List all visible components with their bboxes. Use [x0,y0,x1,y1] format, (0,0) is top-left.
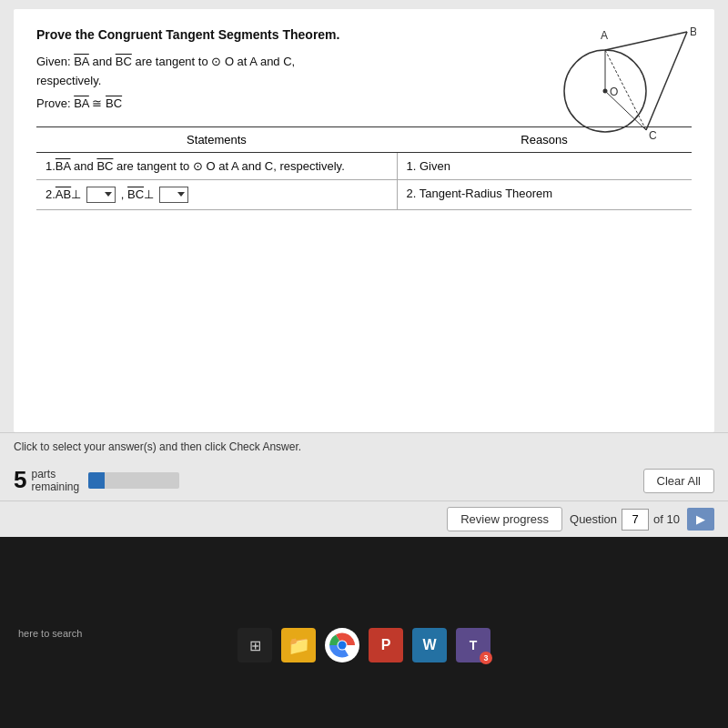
given-connector: and [92,55,115,68]
svg-text:A: A [601,29,608,42]
table-row: 2.AB⊥ , BC⊥ 2. Tangent-Ra [36,179,692,209]
progress-area: 5 parts remaining Clear All [0,460,728,500]
file-explorer-icon[interactable]: 📁 [281,628,316,662]
screen: O [0,0,728,728]
of-label: of 10 [653,512,680,526]
svg-line-7 [605,91,646,130]
teams-badge: 3 [480,652,492,664]
review-progress-button[interactable]: Review progress [447,507,562,531]
prove-bc: BC [106,96,122,110]
clear-all-button[interactable]: Clear All [643,469,714,493]
statement-1: 1.BA and BC are tangent to ⊙ O at A and … [36,152,397,179]
progress-bar-container [88,472,179,489]
prove-congruent: ≅ [92,96,106,110]
search-text: here to search [18,628,82,639]
table-row: 1.BA and BC are tangent to ⊙ O at A and … [36,152,692,179]
instruction-text: Click to select your answer(s) and then … [14,440,301,453]
word-icon[interactable]: W [412,628,447,662]
parts-text: parts [31,468,79,480]
main-panel: O [14,9,714,432]
given-rest: are tangent to ⊙ O at A and C, [135,55,295,68]
review-nav-bar: Review progress Question of 10 ▶ [0,500,728,537]
reason-1: 1. Given [397,152,692,179]
teams-icon[interactable]: T 3 [456,628,490,662]
progress-bar-fill [88,472,105,489]
svg-point-13 [339,642,347,650]
dropdown-1-arrow [105,192,112,197]
parts-number: 5 [14,468,26,491]
col-statements: Statements [36,126,397,152]
taskbar-left: here to search [18,628,89,639]
dropdown-1[interactable] [86,187,116,203]
taskbar-center: ⊞ 📁 P W T [238,628,490,662]
prove-ba: BA [74,96,89,110]
geometry-diagram: O [505,23,696,141]
given-label: Given: [36,55,74,68]
powerpoint-icon[interactable]: P [369,628,403,662]
parts-subtext: remaining [31,480,79,493]
dropdown-2-arrow [177,192,185,197]
question-nav: Question of 10 [570,509,680,531]
given-bc: BC [116,55,132,68]
statement-2: 2.AB⊥ , BC⊥ [36,179,397,209]
next-button[interactable]: ▶ [687,508,714,531]
question-number-input[interactable] [622,509,649,531]
given-respectively: respectively. [36,74,101,87]
question-label: Question [570,512,617,526]
windows-search-icon[interactable]: ⊞ [238,628,272,662]
svg-line-3 [605,32,687,50]
chrome-icon[interactable] [325,628,359,662]
reason-2: 2. Tangent-Radius Theorem [397,179,692,209]
dropdown-2[interactable] [159,187,188,203]
instruction-bar: Click to select your answer(s) and then … [0,432,728,460]
taskbar: here to search ⊞ 📁 P [0,619,728,728]
svg-line-4 [646,32,687,130]
prove-label: Prove: [36,96,74,110]
given-ba: BA [74,55,89,68]
svg-text:B: B [690,25,696,38]
parts-label: 5 parts remaining [14,468,79,493]
svg-text:C: C [649,129,657,141]
content-area: O [0,0,728,537]
